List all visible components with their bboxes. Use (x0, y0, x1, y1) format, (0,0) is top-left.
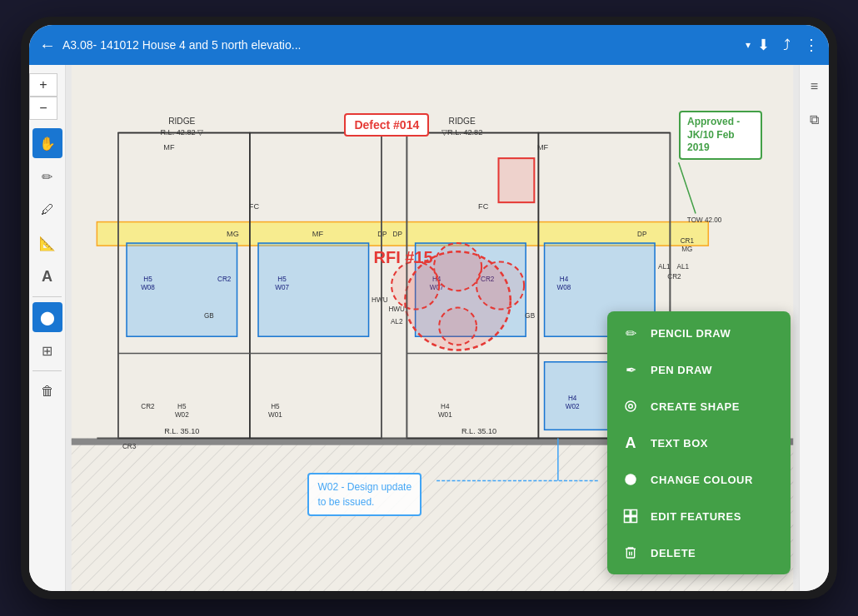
change-colour-icon (621, 469, 641, 489)
text-tool-button[interactable]: A (32, 261, 62, 291)
delete-label: DELETE (651, 547, 696, 559)
toolbar-divider-2 (32, 370, 61, 371)
circle-tool-button[interactable]: ⬤ (32, 302, 62, 332)
svg-text:CR3: CR3 (122, 443, 137, 450)
pan-tool-button[interactable]: ✋ (32, 128, 62, 158)
svg-text:TOW 42.00: TOW 42.00 (687, 216, 722, 224)
svg-point-89 (626, 401, 636, 411)
pen-draw-item[interactable]: ✒ PEN DRAW (607, 351, 791, 388)
svg-text:AL2: AL2 (391, 318, 403, 325)
pencil-draw-icon: ✏ (621, 323, 641, 343)
delete-tool-button[interactable]: 🗑 (32, 376, 62, 406)
document-title: A3.08- 141012 House 4 and 5 north elevat… (62, 38, 739, 52)
delete-item[interactable]: DELETE (607, 534, 791, 571)
svg-text:GB: GB (204, 312, 214, 320)
svg-text:MF: MF (537, 143, 549, 152)
measure-tool-button[interactable]: 📐 (32, 228, 62, 258)
layers-button[interactable]: ⧉ (800, 105, 830, 135)
svg-text:FC: FC (478, 202, 489, 211)
svg-text:▽R.L. 42.82: ▽R.L. 42.82 (441, 128, 482, 137)
svg-text:CR2: CR2 (141, 403, 155, 410)
change-colour-label: CHANGE COLOUR (651, 474, 753, 486)
svg-rect-6 (97, 222, 708, 246)
svg-text:R.L. 35.10: R.L. 35.10 (461, 427, 496, 435)
tablet-screen: ← A3.08- 141012 House 4 and 5 north elev… (29, 25, 829, 591)
svg-text:AL1: AL1 (658, 263, 671, 271)
svg-text:W08: W08 (141, 284, 155, 291)
share-button[interactable]: ⤴ (783, 37, 791, 54)
canvas-area[interactable]: RIDGE R.L. 42.82 ▽ RIDGE ▽R.L. 42.82 H5 … (66, 65, 799, 591)
text-box-label: TEXT BOX (651, 437, 708, 450)
w02-annotation: W02 - Design update to be issued. (307, 473, 422, 516)
svg-point-72 (392, 261, 439, 309)
pencil-tool-button[interactable]: ✏ (32, 161, 62, 191)
svg-text:R.L. 35.10: R.L. 35.10 (164, 427, 199, 435)
title-dropdown-icon[interactable]: ▾ (746, 39, 751, 51)
context-menu: ✏ PENCIL DRAW ✒ PEN DRAW (607, 311, 791, 574)
svg-text:W01: W01 (268, 411, 282, 419)
svg-text:H5: H5 (143, 276, 152, 283)
edit-features-label: EDIT FEATURES (651, 510, 741, 523)
delete-icon (621, 543, 641, 563)
svg-rect-94 (625, 517, 631, 523)
settings-button[interactable]: ≡ (800, 72, 830, 102)
svg-text:W07: W07 (275, 284, 289, 291)
zoom-out-button[interactable]: − (29, 97, 57, 120)
tablet-frame: ← A3.08- 141012 House 4 and 5 north elev… (21, 17, 837, 599)
pencil-draw-item[interactable]: ✏ PENCIL DRAW (607, 315, 791, 351)
main-area: + − ✋ ✏ 🖊 📐 A ⬤ ⊞ 🗑 (29, 65, 829, 591)
svg-text:H5: H5 (277, 276, 287, 283)
svg-text:W08: W08 (557, 284, 571, 291)
left-toolbar: + − ✋ ✏ 🖊 📐 A ⬤ ⊞ 🗑 (29, 65, 66, 591)
svg-rect-93 (631, 510, 637, 516)
pen-tool-button[interactable]: 🖊 (32, 195, 62, 225)
toolbar-divider (32, 296, 61, 297)
svg-text:AL1: AL1 (676, 263, 689, 271)
right-toolbar: ≡ ⧉ (799, 65, 829, 591)
svg-point-73 (476, 261, 524, 309)
pen-draw-icon: ✒ (621, 360, 641, 380)
svg-text:H4: H4 (441, 403, 450, 410)
svg-point-74 (434, 243, 481, 291)
download-button[interactable]: ⬇ (757, 36, 770, 54)
svg-rect-95 (631, 517, 637, 523)
svg-text:W02: W02 (175, 411, 189, 419)
top-bar-actions: ⬇ ⤴ ⋮ (757, 36, 819, 54)
svg-text:H4: H4 (568, 395, 577, 402)
svg-text:CR2: CR2 (217, 276, 232, 283)
svg-text:H5: H5 (177, 403, 187, 410)
svg-text:MF: MF (312, 230, 324, 238)
approved-annotation: Approved - JK/10 Feb 2019 (679, 111, 762, 160)
top-bar: ← A3.08- 141012 House 4 and 5 north elev… (29, 25, 829, 65)
svg-text:DP: DP (393, 231, 402, 238)
change-colour-item[interactable]: CHANGE COLOUR (607, 461, 791, 498)
svg-text:FC: FC (249, 202, 260, 211)
svg-text:GB: GB (525, 312, 535, 320)
svg-rect-70 (499, 158, 535, 202)
grid-tool-button[interactable]: ⊞ (32, 335, 62, 365)
svg-text:H4: H4 (560, 276, 569, 283)
svg-text:RIDGE: RIDGE (449, 117, 476, 126)
svg-text:R.L. 42.82 ▽: R.L. 42.82 ▽ (160, 128, 203, 137)
svg-point-90 (629, 405, 633, 409)
edit-features-item[interactable]: EDIT FEATURES (607, 498, 791, 534)
svg-rect-96 (626, 549, 634, 558)
svg-rect-92 (625, 510, 631, 516)
back-button[interactable]: ← (39, 36, 56, 55)
zoom-in-button[interactable]: + (29, 73, 57, 97)
create-shape-item[interactable]: CREATE SHAPE (607, 388, 791, 425)
edit-features-icon (621, 506, 641, 526)
more-button[interactable]: ⋮ (804, 36, 819, 54)
svg-text:RIDGE: RIDGE (168, 117, 195, 126)
svg-text:MF: MF (163, 143, 175, 152)
rfi-annotation: RFI #15 (374, 248, 433, 267)
text-box-icon: A (621, 433, 641, 453)
pen-draw-label: PEN DRAW (651, 364, 712, 376)
zoom-controls: + − (29, 73, 57, 120)
create-shape-icon (621, 396, 641, 416)
svg-text:DP: DP (377, 231, 387, 238)
text-box-item[interactable]: A TEXT BOX (607, 425, 791, 461)
defect-annotation: Defect #014 (344, 113, 429, 137)
svg-text:DP: DP (637, 231, 646, 238)
svg-text:HWU: HWU (372, 296, 388, 304)
